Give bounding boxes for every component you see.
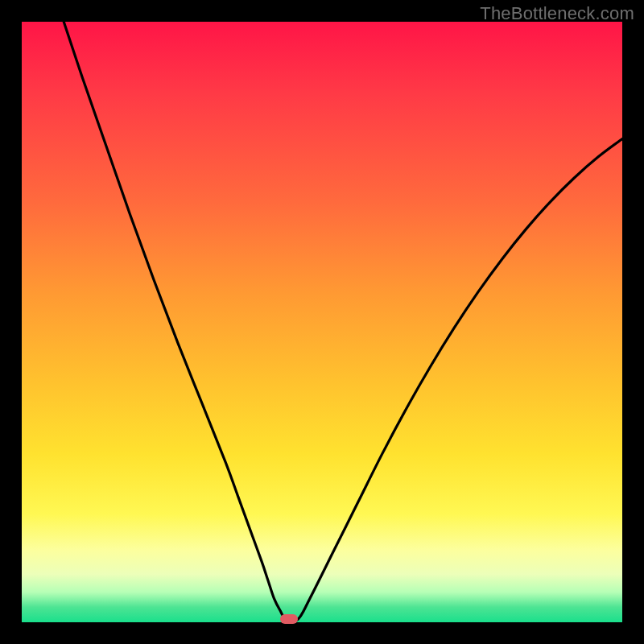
optimal-marker-icon	[280, 614, 298, 624]
bottleneck-curve	[22, 22, 622, 622]
plot-area	[22, 22, 622, 622]
chart-frame: TheBottleneck.com	[0, 0, 644, 644]
